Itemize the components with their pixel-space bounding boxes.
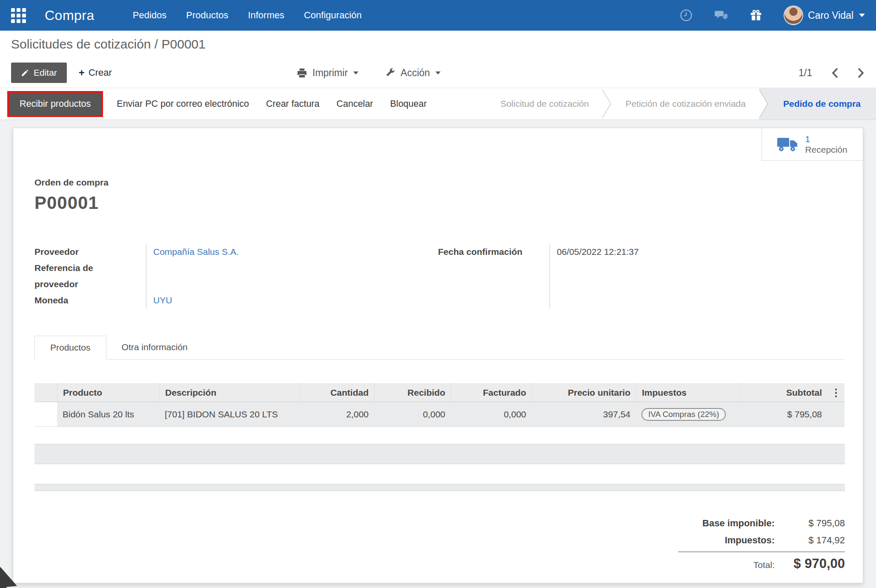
impuestos-value: $ 174,92 <box>775 535 845 546</box>
optional-columns-icon[interactable]: ⋮ <box>827 383 845 402</box>
col-impuestos: Impuestos <box>636 383 740 402</box>
apps-menu-icon[interactable] <box>11 8 26 23</box>
receipt-count: 1 <box>805 134 847 144</box>
tab-productos[interactable]: Productos <box>34 336 106 360</box>
moneda-label: Moneda <box>34 292 146 308</box>
chevron-down-icon <box>435 71 441 74</box>
order-reference: P00001 <box>34 193 845 213</box>
form-sheet: 1 Recepción Orden de compra P00001 Prove… <box>13 128 863 583</box>
row-handle-cell <box>34 402 57 427</box>
action-dropdown[interactable]: Acción <box>386 67 441 79</box>
chevron-down-icon <box>859 14 865 17</box>
step-peticion-enviada[interactable]: Petición de cotización enviada <box>613 88 759 120</box>
send-po-email-button[interactable]: Enviar PC por correo electrónico <box>108 99 258 109</box>
total-label: Total: <box>753 560 775 570</box>
cell-cantidad: 2,000 <box>300 402 374 427</box>
breadcrumb[interactable]: Solicitudes de cotización / P00001 <box>11 37 206 51</box>
total-value: $ 970,00 <box>775 556 845 571</box>
col-facturado: Facturado <box>451 383 532 402</box>
lock-button[interactable]: Bloquear <box>382 99 435 109</box>
cell-subtotal: $ 795,08 <box>740 402 827 427</box>
pager-next-button[interactable] <box>857 67 864 79</box>
receipt-label: Recepción <box>805 144 847 155</box>
receive-products-button[interactable]: Recibir productos <box>9 93 101 115</box>
moneda-value-link[interactable]: UYU <box>153 292 438 308</box>
col-cantidad: Cantidad <box>300 383 374 402</box>
placeholder-row <box>34 444 845 464</box>
main-menu: Pedidos Productos Informes Configuración <box>133 10 362 21</box>
gift-icon[interactable] <box>750 9 762 22</box>
menu-pedidos[interactable]: Pedidos <box>133 10 167 21</box>
col-recibido: Recibido <box>374 383 451 402</box>
cell-impuestos: IVA Compras (22%) <box>636 402 740 427</box>
col-descripcion: Descripción <box>159 383 300 402</box>
app-brand[interactable]: Compra <box>45 8 94 23</box>
referencia-label: Referencia de proveedor <box>34 260 133 292</box>
edit-button[interactable]: Editar <box>11 63 67 83</box>
truck-icon <box>777 137 798 152</box>
cell-descripcion: [701] BIDON SALUS 20 LTS <box>159 402 300 427</box>
control-panel: Editar + Crear Imprimir Acción 1/1 <box>0 58 876 88</box>
receipt-smart-button[interactable]: 1 Recepción <box>761 128 863 161</box>
pencil-icon <box>21 69 29 77</box>
col-subtotal: Subtotal <box>740 383 827 402</box>
print-dropdown[interactable]: Imprimir <box>297 67 358 79</box>
cell-facturado: 0,000 <box>451 402 532 427</box>
tab-otra-informacion[interactable]: Otra información <box>106 336 203 359</box>
field-groups: Proveedor Referencia de proveedor Moneda… <box>34 244 845 308</box>
order-type-label: Orden de compra <box>34 177 845 188</box>
base-imponible-value: $ 795,08 <box>775 518 845 529</box>
chevron-down-icon <box>353 71 358 74</box>
menu-informes[interactable]: Informes <box>248 10 284 21</box>
totals-divider <box>678 551 845 552</box>
col-precio-unitario: Precio unitario <box>532 383 636 402</box>
breadcrumb-row: Solicitudes de cotización / P00001 <box>0 31 876 58</box>
create-bill-button[interactable]: Crear factura <box>258 99 328 109</box>
row-end-cell <box>827 402 845 427</box>
statusbar: Recibir productos Enviar PC por correo e… <box>0 88 876 120</box>
pager-previous-button[interactable] <box>832 67 839 79</box>
user-menu[interactable]: Caro Vidal <box>784 6 865 24</box>
impuestos-label: Impuestos: <box>725 535 775 546</box>
notebook-tabs: Productos Otra información <box>34 336 845 360</box>
step-solicitud[interactable]: Solicitud de cotización <box>488 88 602 120</box>
menu-productos[interactable]: Productos <box>186 10 228 21</box>
cell-recibido: 0,000 <box>374 402 451 427</box>
cell-precio-unitario: 397,54 <box>532 402 636 427</box>
placeholder-row <box>34 484 845 491</box>
step-pedido-de-compra[interactable]: Pedido de compra <box>759 88 876 120</box>
base-imponible-label: Base imponible: <box>702 518 775 529</box>
referencia-value <box>153 260 438 276</box>
col-handle <box>34 383 57 402</box>
user-name: Caro Vidal <box>808 10 853 21</box>
create-button[interactable]: + Crear <box>79 67 112 78</box>
wrench-icon <box>386 68 395 77</box>
top-navbar: Compra Pedidos Productos Informes Config… <box>0 0 876 31</box>
proveedor-value-link[interactable]: Compañía Salus S.A. <box>153 244 438 260</box>
totals-block: Base imponible: $ 795,08 Impuestos: $ 17… <box>678 515 845 574</box>
menu-configuracion[interactable]: Configuración <box>304 10 362 21</box>
user-avatar <box>784 6 802 24</box>
fecha-confirmacion-label: Fecha confirmación <box>438 244 537 260</box>
messages-chat-icon[interactable] <box>715 9 727 22</box>
plus-icon: + <box>79 68 85 78</box>
proveedor-label: Proveedor <box>34 244 146 260</box>
col-producto: Producto <box>57 383 159 402</box>
pager-count: 1/1 <box>799 67 812 79</box>
form-view: 1 Recepción Orden de compra P00001 Prove… <box>0 120 876 588</box>
status-steps: Solicitud de cotización Petición de coti… <box>488 88 876 120</box>
cell-producto[interactable]: Bidón Salus 20 lts <box>57 402 159 427</box>
printer-icon <box>297 68 307 78</box>
order-lines-table: Producto Descripción Cantidad Recibido F… <box>34 383 845 427</box>
tax-badge: IVA Compras (22%) <box>641 408 726 421</box>
cancel-button[interactable]: Cancelar <box>328 99 381 109</box>
step-arrow-icon <box>601 88 613 120</box>
fecha-confirmacion-value: 06/05/2022 12:21:37 <box>557 244 845 260</box>
activities-clock-icon[interactable] <box>680 9 693 22</box>
